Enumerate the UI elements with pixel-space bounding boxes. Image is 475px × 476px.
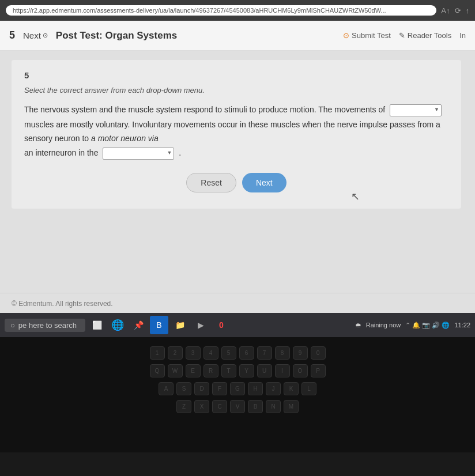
reader-tools-icon: ✎: [399, 31, 405, 40]
taskbar-icon-pin1[interactable]: 📌: [129, 316, 148, 334]
key-row-2: Q W E R T Y U I O P: [150, 364, 326, 377]
taskbar-icon-folder[interactable]: 📁: [171, 316, 189, 334]
passage-italic: a motor neuron via: [91, 134, 159, 143]
header-actions: ⊙ Submit Test ✎ Reader Tools In: [343, 31, 466, 40]
key-i[interactable]: I: [275, 364, 290, 377]
key-o[interactable]: O: [293, 364, 308, 377]
page-title: Post Test: Organ Systems: [56, 30, 335, 41]
key-n[interactable]: N: [266, 400, 281, 413]
weather-text: Raining now: [366, 322, 401, 328]
taskbar-icon-edge[interactable]: 🌐: [108, 316, 127, 334]
key-row-1: 1 2 3 4 5 6 7 8 9 0: [150, 346, 326, 360]
taskbar-right: 🌧 Raining now ⌃ 🔔 📷 🔊 🌐 11:22: [355, 322, 470, 329]
passage-part1: The nervous system and the muscle system…: [24, 105, 385, 114]
key-e[interactable]: E: [186, 364, 201, 377]
dropdown2-wrapper: brain spinal cord peripheral nerve ▼: [103, 146, 174, 161]
main-content: 5 Select the correct answer from each dr…: [0, 51, 475, 293]
period: .: [179, 148, 181, 157]
key-x[interactable]: X: [194, 400, 209, 413]
key-h[interactable]: H: [248, 382, 263, 395]
weather-icon: 🌧: [355, 322, 361, 328]
question-card: 5 Select the correct answer from each dr…: [12, 60, 461, 209]
info-button[interactable]: In: [459, 31, 466, 40]
key-row-4: Z X C V B N M: [176, 400, 299, 413]
key-7[interactable]: 7: [257, 346, 272, 360]
key-0[interactable]: 0: [311, 346, 326, 360]
key-m[interactable]: M: [284, 400, 299, 413]
key-p[interactable]: P: [311, 364, 326, 377]
reader-tools-label: Reader Tools: [408, 31, 451, 40]
key-q[interactable]: Q: [150, 364, 165, 377]
key-k[interactable]: K: [284, 382, 299, 395]
key-4[interactable]: 4: [203, 346, 218, 360]
instruction-text: Select the correct answer from each drop…: [24, 86, 448, 95]
key-g[interactable]: G: [230, 382, 245, 395]
submit-test-button[interactable]: ⊙ Submit Test: [343, 31, 391, 40]
search-icon: ○: [10, 321, 15, 330]
reader-tools-button[interactable]: ✎ Reader Tools: [399, 31, 451, 40]
footer: © Edmentum. All rights reserved.: [0, 293, 475, 313]
key-1[interactable]: 1: [150, 346, 165, 360]
key-w[interactable]: W: [168, 364, 183, 377]
key-5[interactable]: 5: [221, 346, 236, 360]
action-buttons: Reset Next: [24, 173, 448, 192]
search-label: pe here to search: [18, 321, 77, 330]
passage-text: The nervous system and the muscle system…: [24, 103, 448, 160]
browser-tab-icon: A↑: [441, 6, 450, 15]
key-8[interactable]: 8: [275, 346, 290, 360]
browser-action-icon: ⟳: [455, 6, 461, 15]
next-button[interactable]: Next: [242, 173, 286, 192]
reset-button[interactable]: Reset: [186, 173, 236, 192]
submit-icon: ⊙: [343, 31, 349, 40]
question-number-badge: 5: [24, 70, 448, 80]
app-header: 5 Next ⊙ Post Test: Organ Systems ⊙ Subm…: [0, 21, 475, 51]
copyright-text: © Edmentum. All rights reserved.: [12, 300, 113, 308]
key-6[interactable]: 6: [239, 346, 254, 360]
submit-label: Submit Test: [352, 31, 391, 40]
key-v[interactable]: V: [230, 400, 245, 413]
key-3[interactable]: 3: [186, 346, 201, 360]
key-j[interactable]: J: [266, 382, 281, 395]
key-l[interactable]: L: [301, 382, 316, 395]
key-y[interactable]: Y: [239, 364, 254, 377]
key-b[interactable]: B: [248, 400, 263, 413]
keyboard-area: 1 2 3 4 5 6 7 8 9 0 Q W E R T Y U I O P …: [0, 337, 475, 452]
browser-share-icon: ↑: [466, 6, 470, 15]
key-d[interactable]: D: [194, 382, 209, 395]
dropdown1-select[interactable]: smooth cardiac skeletal: [390, 104, 442, 116]
system-tray-icons: ⌃ 🔔 📷 🔊 🌐: [405, 322, 450, 329]
key-c[interactable]: C: [212, 400, 227, 413]
key-row-3: A S D F G H J K L: [159, 382, 316, 395]
key-9[interactable]: 9: [293, 346, 308, 360]
key-2[interactable]: 2: [168, 346, 183, 360]
next-nav-icon: ⊙: [43, 32, 48, 39]
dropdown2-select[interactable]: brain spinal cord peripheral nerve: [103, 148, 174, 160]
taskbar-search[interactable]: ○ pe here to search: [5, 319, 85, 332]
question-number-display: 5: [9, 29, 15, 41]
key-u[interactable]: U: [257, 364, 272, 377]
next-nav-button[interactable]: Next ⊙: [23, 31, 48, 40]
key-r[interactable]: R: [203, 364, 218, 377]
key-z[interactable]: Z: [176, 400, 191, 413]
time-display: 11:22: [454, 322, 470, 328]
browser-chrome: https://r2.app.edmentum.com/assessments-…: [0, 0, 475, 21]
taskbar-icon-task[interactable]: ⬜: [88, 316, 106, 334]
info-label: In: [459, 31, 466, 40]
url-bar[interactable]: https://r2.app.edmentum.com/assessments-…: [6, 5, 436, 16]
key-t[interactable]: T: [221, 364, 236, 377]
taskbar: ○ pe here to search ⬜ 🌐 📌 B 📁 ▶ 0 🌧 Rain…: [0, 313, 475, 337]
dropdown1-wrapper: smooth cardiac skeletal ▼: [390, 103, 442, 118]
next-nav-label: Next: [23, 31, 41, 40]
taskbar-icon-zero[interactable]: 0: [212, 316, 231, 334]
passage-part3: an interneuron in the: [24, 148, 98, 157]
taskbar-icon-media[interactable]: ▶: [191, 316, 210, 334]
taskbar-icon-b[interactable]: B: [150, 316, 168, 334]
key-a[interactable]: A: [159, 382, 174, 395]
key-s[interactable]: S: [176, 382, 191, 395]
passage-part2: muscles are mostly voluntary. Involuntar…: [24, 120, 440, 143]
key-f[interactable]: F: [212, 382, 227, 395]
